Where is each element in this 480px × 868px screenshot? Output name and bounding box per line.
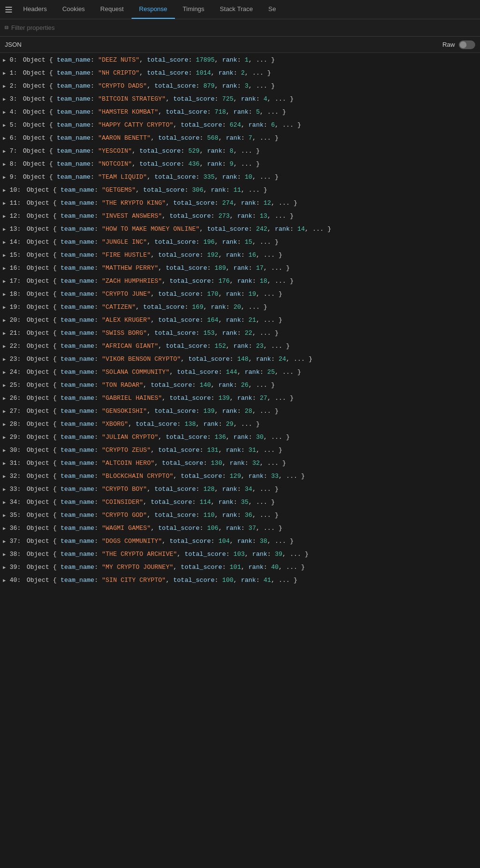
table-row[interactable]: ▶ 38: Object { team_name: "THE CRYPTO AR… (0, 548, 480, 561)
table-row[interactable]: ▶ 28: Object { team_name: "XBORG", total… (0, 418, 480, 431)
expand-arrow: ▶ (3, 459, 8, 469)
table-row[interactable]: ▶ 20: Object { team_name: "ALEX KRUGER",… (0, 314, 480, 327)
table-row[interactable]: ▶ 1: Object { team_name: "NH CRIPTO", to… (0, 67, 480, 80)
expand-arrow: ▶ (3, 368, 8, 378)
table-row[interactable]: ▶ 37: Object { team_name: "DOGS COMMUNIT… (0, 535, 480, 548)
tab-response[interactable]: Response (132, 0, 175, 19)
raw-toggle-container: Raw (442, 40, 475, 49)
table-row[interactable]: ▶ 11: Object { team_name: "THE KRYPTO KI… (0, 197, 480, 210)
table-row[interactable]: ▶ 8: Object { team_name: "NOTCOIN", tota… (0, 158, 480, 171)
table-row[interactable]: ▶ 10: Object { team_name: "GETGEMS", tot… (0, 184, 480, 197)
table-row[interactable]: ▶ 19: Object { team_name: "CATIZEN", tot… (0, 301, 480, 314)
table-row[interactable]: ▶ 30: Object { team_name: "CRYPTO ZEUS",… (0, 444, 480, 457)
expand-arrow: ▶ (3, 446, 8, 456)
table-row[interactable]: ▶ 27: Object { team_name: "GENSOKISHI", … (0, 405, 480, 418)
json-header: JSON Raw (0, 37, 480, 53)
expand-arrow: ▶ (3, 407, 8, 417)
table-row[interactable]: ▶ 16: Object { team_name: "MATTHEW PERRY… (0, 262, 480, 275)
expand-arrow: ▶ (3, 511, 8, 521)
tab-timings[interactable]: Timings (175, 0, 212, 19)
expand-arrow: ▶ (3, 224, 8, 235)
expand-arrow: ▶ (3, 120, 8, 131)
table-row[interactable]: ▶ 13: Object { team_name: "HOW TO MAKE M… (0, 223, 480, 236)
expand-arrow: ▶ (3, 550, 8, 560)
expand-arrow: ▶ (3, 172, 8, 183)
panel-toggle[interactable] (2, 3, 15, 16)
expand-arrow: ▶ (3, 485, 8, 495)
expand-arrow: ▶ (3, 576, 8, 586)
expand-arrow: ▶ (3, 276, 8, 287)
expand-arrow: ▶ (3, 289, 8, 300)
table-row[interactable]: ▶ 32: Object { team_name: "BLOCKCHAIN CR… (0, 470, 480, 483)
expand-arrow: ▶ (3, 159, 8, 170)
table-row[interactable]: ▶ 35: Object { team_name: "CRYPTO GOD", … (0, 509, 480, 522)
table-row[interactable]: ▶ 7: Object { team_name: "YESCOIN", tota… (0, 145, 480, 158)
table-row[interactable]: ▶ 2: Object { team_name: "CRYPTO DADS", … (0, 80, 480, 93)
expand-arrow: ▶ (3, 316, 8, 326)
tab-bar: Headers Cookies Request Response Timings… (0, 0, 480, 19)
expand-arrow: ▶ (3, 355, 8, 365)
expand-arrow: ▶ (3, 250, 8, 261)
table-row[interactable]: ▶ 39: Object { team_name: "MY CRYPTO JOU… (0, 561, 480, 574)
expand-arrow: ▶ (3, 381, 8, 391)
json-label: JSON (5, 41, 22, 48)
expand-arrow: ▶ (3, 185, 8, 196)
table-row[interactable]: ▶ 36: Object { team_name: "WAGMI GAMES",… (0, 522, 480, 535)
expand-arrow: ▶ (3, 211, 8, 222)
table-row[interactable]: ▶ 26: Object { team_name: "GABRIEL HAINE… (0, 392, 480, 405)
tab-se[interactable]: Se (261, 0, 284, 19)
expand-arrow: ▶ (3, 133, 8, 144)
raw-toggle-switch[interactable] (459, 40, 475, 49)
expand-arrow: ▶ (3, 302, 8, 313)
tab-request[interactable]: Request (93, 0, 131, 19)
expand-arrow: ▶ (3, 329, 8, 339)
table-row[interactable]: ▶ 6: Object { team_name: "AARON BENETT",… (0, 132, 480, 145)
table-row[interactable]: ▶ 12: Object { team_name: "INVEST ANSWER… (0, 210, 480, 223)
data-container: ▶ 0: Object { team_name: "DEEZ NUTS", to… (0, 53, 480, 588)
expand-arrow: ▶ (3, 342, 8, 352)
svg-rect-1 (5, 9, 12, 10)
table-row[interactable]: ▶ 25: Object { team_name: "TON RADAR", t… (0, 379, 480, 392)
table-row[interactable]: ▶ 18: Object { team_name: "CRYPTO JUNE",… (0, 288, 480, 301)
expand-arrow: ▶ (3, 146, 8, 157)
expand-arrow: ▶ (3, 472, 8, 482)
table-row[interactable]: ▶ 21: Object { team_name: "SWISS BORG", … (0, 327, 480, 340)
table-row[interactable]: ▶ 0: Object { team_name: "DEEZ NUTS", to… (0, 54, 480, 67)
expand-arrow: ▶ (3, 498, 8, 508)
expand-arrow: ▶ (3, 81, 8, 92)
table-row[interactable]: ▶ 4: Object { team_name: "HAMSTER KOMBAT… (0, 106, 480, 119)
table-row[interactable]: ▶ 5: Object { team_name: "HAPPY CATTY CR… (0, 119, 480, 132)
filter-icon: ⊟ (5, 24, 8, 31)
table-row[interactable]: ▶ 34: Object { team_name: "COINSIDER", t… (0, 496, 480, 509)
table-row[interactable]: ▶ 31: Object { team_name: "ALTCOIN HERO"… (0, 457, 480, 470)
table-row[interactable]: ▶ 22: Object { team_name: "AFRICAN GIANT… (0, 340, 480, 353)
expand-arrow: ▶ (3, 94, 8, 105)
filter-input[interactable] (11, 24, 475, 31)
table-row[interactable]: ▶ 9: Object { team_name: "TEAM LIQUID", … (0, 171, 480, 184)
expand-arrow: ▶ (3, 237, 8, 248)
expand-arrow: ▶ (3, 420, 8, 430)
expand-arrow: ▶ (3, 394, 8, 404)
expand-arrow: ▶ (3, 55, 8, 66)
tab-cookies[interactable]: Cookies (54, 0, 93, 19)
expand-arrow: ▶ (3, 537, 8, 547)
expand-arrow: ▶ (3, 563, 8, 573)
svg-rect-2 (5, 12, 12, 13)
table-row[interactable]: ▶ 23: Object { team_name: "VIKOR BENSON … (0, 353, 480, 366)
raw-label: Raw (442, 41, 455, 48)
table-row[interactable]: ▶ 29: Object { team_name: "JULIAN CRYPTO… (0, 431, 480, 444)
table-row[interactable]: ▶ 14: Object { team_name: "JUNGLE INC", … (0, 236, 480, 249)
filter-bar: ⊟ (0, 19, 480, 37)
table-row[interactable]: ▶ 33: Object { team_name: "CRYPTO BOY", … (0, 483, 480, 496)
tab-headers[interactable]: Headers (15, 0, 54, 19)
expand-arrow: ▶ (3, 263, 8, 274)
expand-arrow: ▶ (3, 433, 8, 443)
table-row[interactable]: ▶ 3: Object { team_name: "BITCOIN STRATE… (0, 93, 480, 106)
table-row[interactable]: ▶ 17: Object { team_name: "ZACH HUMPHRIE… (0, 275, 480, 288)
table-row[interactable]: ▶ 24: Object { team_name: "SOLANA COMMUN… (0, 366, 480, 379)
expand-arrow: ▶ (3, 107, 8, 118)
tab-stacktrace[interactable]: Stack Trace (212, 0, 261, 19)
table-row[interactable]: ▶ 15: Object { team_name: "FIRE HUSTLE",… (0, 249, 480, 262)
table-row[interactable]: ▶ 40: Object { team_name: "SIN CITY CRYP… (0, 574, 480, 587)
expand-arrow: ▶ (3, 198, 8, 209)
